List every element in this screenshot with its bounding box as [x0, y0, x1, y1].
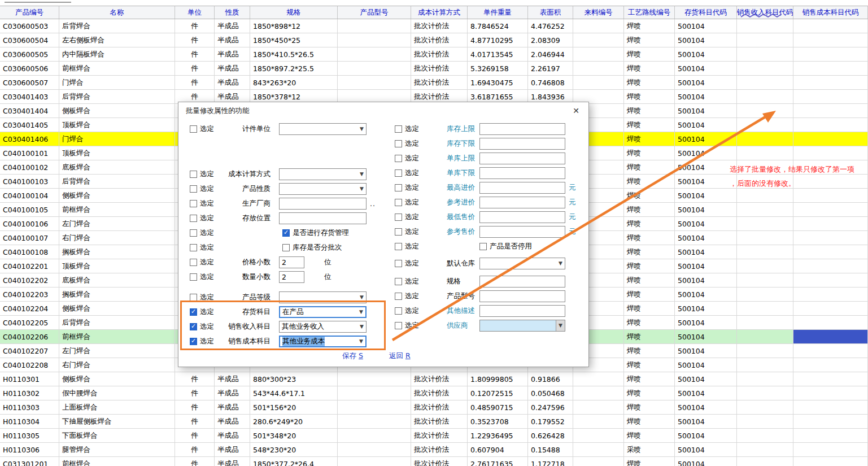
field-checkbox[interactable] — [282, 229, 290, 237]
chevron-down-icon[interactable]: ▼ — [357, 321, 366, 332]
table-cell[interactable] — [737, 400, 793, 415]
table-cell[interactable] — [338, 429, 411, 443]
table-cell[interactable]: 焊喷 — [624, 400, 675, 415]
field-input[interactable] — [479, 211, 565, 223]
select-checkbox[interactable] — [190, 259, 197, 266]
table-cell[interactable]: 搁板焊合 — [59, 288, 175, 302]
table-cell[interactable]: 焊喷 — [624, 273, 675, 288]
table-cell[interactable]: 焊喷 — [624, 189, 675, 203]
table-cell[interactable]: 2.76171635 — [468, 457, 528, 466]
table-cell[interactable]: 件 — [175, 400, 215, 415]
table-cell[interactable]: 批次计价法 — [411, 76, 468, 90]
table-cell[interactable]: 顶板焊合 — [59, 118, 175, 132]
table-cell[interactable]: 半成品 — [215, 400, 250, 415]
table-cell[interactable]: 后背焊合 — [59, 90, 175, 104]
table-row[interactable]: C031301201前框焊合件半成品1850*377.2*26.4批次计价法2.… — [0, 457, 868, 466]
table-cell[interactable]: 500104 — [675, 217, 737, 231]
table-cell[interactable] — [793, 189, 868, 203]
table-row[interactable]: H0110302假中腰焊合件半成品543*44.6*17.1批次计价法0.120… — [0, 386, 868, 400]
table-cell[interactable] — [793, 344, 868, 358]
table-cell[interactable]: 前框焊合 — [59, 62, 175, 76]
table-cell[interactable]: 焊喷 — [624, 76, 675, 90]
table-row[interactable]: H0110303上面板焊合件半成品501*156*20批次计价法0.485907… — [0, 400, 868, 415]
back-button[interactable]: 返回 R — [389, 351, 411, 361]
field-select[interactable]: 其他业务成本▼ — [279, 336, 367, 347]
table-cell[interactable] — [793, 19, 868, 33]
select-checkbox[interactable] — [190, 171, 197, 178]
table-cell[interactable] — [737, 330, 793, 344]
chevron-down-icon[interactable]: ▼ — [357, 169, 366, 180]
table-cell[interactable]: 前框焊合 — [59, 457, 175, 466]
table-cell[interactable]: 焊喷 — [624, 386, 675, 400]
table-cell[interactable]: 后背焊合 — [59, 19, 175, 33]
select-checkbox[interactable] — [190, 215, 197, 222]
table-cell[interactable]: 批次计价法 — [411, 386, 468, 400]
table-cell[interactable]: C030401403 — [0, 90, 59, 104]
table-cell[interactable]: C030600507 — [0, 76, 59, 90]
table-cell[interactable]: 焊喷 — [624, 245, 675, 259]
table-cell[interactable]: 焊喷 — [624, 415, 675, 429]
select-toggle[interactable]: 选定 — [190, 293, 221, 302]
table-cell[interactable] — [573, 386, 624, 400]
field-input[interactable] — [479, 123, 565, 135]
table-cell[interactable]: 下抽屉侧板焊合 — [59, 415, 175, 429]
table-cell[interactable] — [338, 372, 411, 386]
table-cell[interactable]: 顶板焊合 — [59, 146, 175, 160]
table-cell[interactable] — [793, 132, 868, 146]
table-cell[interactable] — [793, 203, 868, 217]
column-header[interactable]: 表面积 — [528, 6, 573, 19]
table-cell[interactable]: 件 — [175, 76, 215, 90]
table-cell[interactable]: 焊喷 — [624, 302, 675, 316]
table-cell[interactable] — [737, 245, 793, 259]
table-cell[interactable]: 1850*897.2*25.5 — [250, 62, 338, 76]
field-checkbox-group[interactable]: 产品是否停用 — [479, 242, 532, 251]
table-cell[interactable]: 4.476252 — [528, 19, 573, 33]
table-cell[interactable]: 500104 — [675, 400, 737, 415]
table-cell[interactable]: 后背焊合 — [59, 175, 175, 189]
table-cell[interactable] — [737, 259, 793, 273]
select-toggle[interactable]: 选定 — [395, 139, 426, 149]
table-cell[interactable]: 0.247596 — [528, 400, 573, 415]
select-toggle[interactable]: 选定 — [395, 183, 426, 193]
table-cell[interactable]: 500104 — [675, 386, 737, 400]
table-cell[interactable]: 焊喷 — [624, 90, 675, 104]
select-checkbox[interactable] — [395, 184, 402, 191]
table-cell[interactable]: 侧板焊合 — [59, 302, 175, 316]
table-cell[interactable]: 件 — [175, 47, 215, 62]
table-cell[interactable] — [793, 217, 868, 231]
table-cell[interactable]: 500104 — [675, 175, 737, 189]
select-toggle[interactable]: 选定 — [190, 307, 221, 317]
table-cell[interactable]: H0110302 — [0, 386, 59, 400]
table-cell[interactable]: 底板焊合 — [59, 273, 175, 288]
table-row[interactable]: H0110304下抽屉侧板焊合件半成品280.6*249*20批次计价法0.35… — [0, 415, 868, 429]
table-cell[interactable] — [573, 33, 624, 47]
table-cell[interactable]: 焊喷 — [624, 457, 675, 466]
table-cell[interactable]: 500104 — [675, 33, 737, 47]
table-cell[interactable] — [573, 372, 624, 386]
table-cell[interactable]: 500104 — [675, 358, 737, 372]
table-cell[interactable] — [573, 47, 624, 62]
field-input[interactable] — [279, 198, 367, 210]
field-input[interactable] — [279, 212, 367, 224]
select-checkbox[interactable] — [395, 260, 402, 267]
table-cell[interactable]: H0110306 — [0, 443, 59, 457]
table-cell[interactable]: C040102201 — [0, 259, 59, 273]
table-cell[interactable]: 件 — [175, 372, 215, 386]
table-cell[interactable] — [737, 372, 793, 386]
table-cell[interactable]: 后背焊合 — [59, 316, 175, 330]
table-cell[interactable]: 搁板焊合 — [59, 245, 175, 259]
field-input[interactable] — [479, 276, 565, 288]
select-checkbox[interactable] — [190, 229, 197, 237]
field-input[interactable] — [479, 153, 565, 164]
table-cell[interactable]: H0110305 — [0, 429, 59, 443]
table-cell[interactable]: 500104 — [675, 259, 737, 273]
table-cell[interactable] — [793, 33, 868, 47]
select-toggle[interactable]: 选定 — [395, 306, 426, 316]
table-cell[interactable]: 批次计价法 — [411, 372, 468, 386]
table-cell[interactable]: 批次计价法 — [411, 33, 468, 47]
table-cell[interactable]: 批次计价法 — [411, 47, 468, 62]
table-cell[interactable] — [737, 62, 793, 76]
table-cell[interactable] — [793, 302, 868, 316]
table-cell[interactable] — [793, 273, 868, 288]
table-cell[interactable]: 焊喷 — [624, 358, 675, 372]
